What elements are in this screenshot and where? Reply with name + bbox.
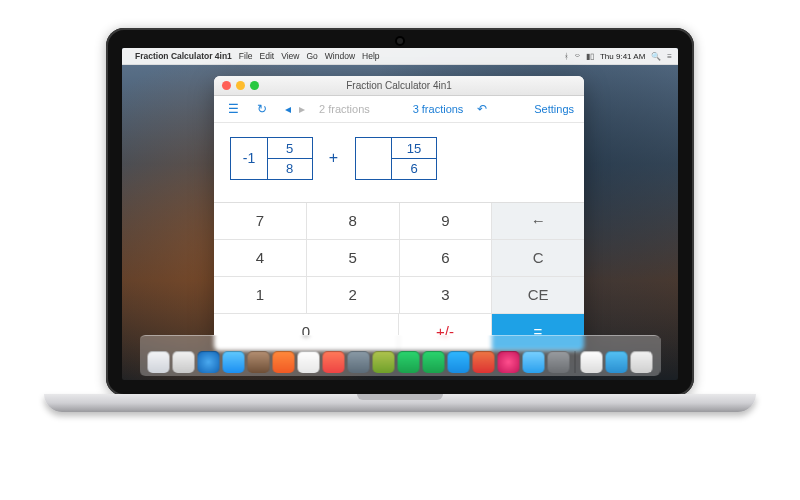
wifi-icon[interactable]: ⌔ <box>575 52 580 61</box>
notification-center-icon[interactable]: ≡ <box>667 52 672 61</box>
desktop-screen: Fraction Calculator 4in1 File Edit View … <box>122 48 678 380</box>
key-clear[interactable]: C <box>492 240 584 277</box>
next-arrow-icon[interactable]: ▸ <box>295 102 309 116</box>
numerator-input-1[interactable]: 5 <box>267 137 313 159</box>
fraction-term-1: -1 5 8 <box>230 137 313 180</box>
menubar-time[interactable]: Thu 9:41 AM <box>600 52 645 61</box>
camera-dot <box>397 38 403 44</box>
menu-edit[interactable]: Edit <box>260 51 275 61</box>
key-7[interactable]: 7 <box>214 203 307 240</box>
dock-item[interactable] <box>273 351 295 373</box>
key-3[interactable]: 3 <box>400 277 493 314</box>
settings-link[interactable]: Settings <box>534 103 574 115</box>
two-fractions-toggle[interactable]: 2 fractions <box>319 103 370 115</box>
laptop-mockup: Fraction Calculator 4in1 File Edit View … <box>106 28 694 428</box>
key-2[interactable]: 2 <box>307 277 400 314</box>
key-1[interactable]: 1 <box>214 277 307 314</box>
dock-item[interactable] <box>548 351 570 373</box>
menu-help[interactable]: Help <box>362 51 379 61</box>
dock-item[interactable] <box>223 351 245 373</box>
dock <box>140 335 661 376</box>
whole-input-2[interactable] <box>355 137 393 180</box>
denominator-input-1[interactable]: 8 <box>267 158 313 180</box>
reload-icon[interactable]: ↻ <box>253 102 271 116</box>
dock-item[interactable] <box>448 351 470 373</box>
dock-item[interactable] <box>581 351 603 373</box>
battery-icon[interactable]: ▮▯ <box>586 52 594 61</box>
key-4[interactable]: 4 <box>214 240 307 277</box>
app-window: Fraction Calculator 4in1 ☰ ↻ ◂ ▸ 2 fract… <box>214 76 584 351</box>
key-backspace[interactable]: ← <box>492 203 584 240</box>
key-5[interactable]: 5 <box>307 240 400 277</box>
dock-item[interactable] <box>423 351 445 373</box>
dock-separator <box>575 351 576 373</box>
zoom-button[interactable] <box>250 81 259 90</box>
menu-go[interactable]: Go <box>306 51 317 61</box>
key-8[interactable]: 8 <box>307 203 400 240</box>
dock-item[interactable] <box>606 351 628 373</box>
operator-button[interactable]: + <box>325 149 343 167</box>
menu-view[interactable]: View <box>281 51 299 61</box>
menu-icon[interactable]: ☰ <box>224 102 243 116</box>
laptop-bezel: Fraction Calculator 4in1 File Edit View … <box>106 28 694 396</box>
spotlight-icon[interactable]: 🔍 <box>651 52 661 61</box>
whole-input-1[interactable]: -1 <box>230 137 268 180</box>
menu-file[interactable]: File <box>239 51 253 61</box>
menu-window[interactable]: Window <box>325 51 355 61</box>
dock-item[interactable] <box>473 351 495 373</box>
dock-item[interactable] <box>148 351 170 373</box>
close-button[interactable] <box>222 81 231 90</box>
dock-trash-icon[interactable] <box>631 351 653 373</box>
app-menu[interactable]: Fraction Calculator 4in1 <box>135 51 232 61</box>
three-fractions-toggle[interactable]: 3 fractions <box>413 103 464 115</box>
numerator-input-2[interactable]: 15 <box>391 137 437 159</box>
minimize-button[interactable] <box>236 81 245 90</box>
laptop-notch <box>357 394 443 400</box>
dock-item[interactable] <box>248 351 270 373</box>
dock-item[interactable] <box>498 351 520 373</box>
key-ce[interactable]: CE <box>492 277 584 314</box>
bluetooth-icon[interactable]: ᚼ <box>564 52 569 61</box>
key-6[interactable]: 6 <box>400 240 493 277</box>
key-9[interactable]: 9 <box>400 203 493 240</box>
dock-item[interactable] <box>373 351 395 373</box>
denominator-input-2[interactable]: 6 <box>391 158 437 180</box>
menubar: Fraction Calculator 4in1 File Edit View … <box>122 48 678 65</box>
titlebar[interactable]: Fraction Calculator 4in1 <box>214 76 584 96</box>
dock-item[interactable] <box>323 351 345 373</box>
fraction-term-2: 15 6 <box>355 137 438 180</box>
prev-arrow-icon[interactable]: ◂ <box>281 102 295 116</box>
dock-item[interactable] <box>298 351 320 373</box>
dock-item[interactable] <box>173 351 195 373</box>
fraction-display: -1 5 8 + 15 6 <box>214 123 584 202</box>
undo-icon[interactable]: ↶ <box>473 102 491 116</box>
window-title: Fraction Calculator 4in1 <box>346 80 452 91</box>
dock-item[interactable] <box>348 351 370 373</box>
dock-item[interactable] <box>523 351 545 373</box>
dock-item[interactable] <box>398 351 420 373</box>
dock-item[interactable] <box>198 351 220 373</box>
laptop-base <box>44 394 756 412</box>
keypad: 7 8 9 ← 4 5 6 C 1 2 3 CE <box>214 202 584 351</box>
toolbar: ☰ ↻ ◂ ▸ 2 fractions 3 fractions ↶ Settin… <box>214 96 584 123</box>
